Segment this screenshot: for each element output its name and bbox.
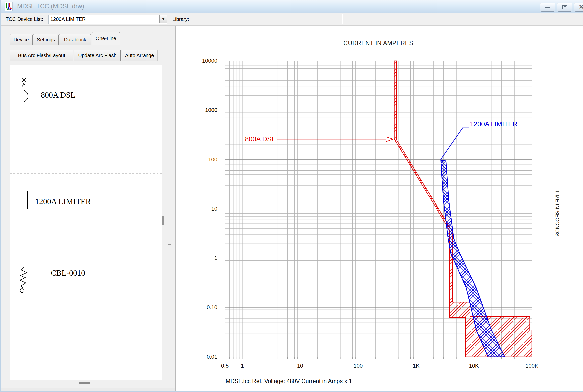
chart-footer: MDSL.tcc Ref. Voltage: 480V Current in A… [226,378,352,384]
title-bar: MDSL.TCC (MDSL.drw) ✕ [1,0,583,14]
svg-text:800A DSL: 800A DSL [245,136,275,143]
x-tick-label: 0.5 [221,362,229,369]
x-tick-label: 1K [413,362,419,369]
y-tick-label: 10000 [202,58,217,64]
x-tick-label: 100 [354,362,363,369]
svg-text:1200A LIMITER: 1200A LIMITER [470,120,518,128]
y-tick-label: 0.10 [207,304,217,310]
cable-symbol[interactable] [20,266,27,292]
device-list-label: TCC Device List: [6,16,43,22]
tab-settings[interactable]: Settings [33,34,59,45]
y-tick-label: 100 [208,156,217,162]
update-arc-flash-button[interactable]: Update Arc Flash [74,50,121,61]
toolbar-separator [342,14,342,24]
x-tick-label: 10K [469,362,479,369]
curve-label-800a-dsl[interactable]: 800A DSL [245,136,393,143]
bus-arc-flash-layout-button[interactable]: Bus Arc Flash/Layout [10,50,73,61]
tab-datablock[interactable]: Datablock [59,34,91,45]
one-line-panel: Device Settings Datablock One-Line Bus A… [1,26,176,392]
panel-bottom-strip [1,388,176,392]
minimize-button[interactable] [540,3,555,12]
tcc-chart-pane[interactable]: 800A DSL1200A LIMITER1000010001001010.10… [176,26,583,392]
splitter-grip[interactable] [168,244,171,245]
y-axis-label: TIME IN SECONDS [554,190,560,237]
oneline-device-label: 1200A LIMITER [35,197,91,206]
y-tick-label: 1 [214,255,217,261]
window-title: MDSL.TCC (MDSL.drw) [17,3,84,10]
vertical-scrollbar-thumb[interactable] [162,216,164,225]
toolbar: TCC Device List: 1200A LIMITER ▼ Library… [1,14,583,26]
library-label: Library: [172,16,189,22]
x-tick-label: 10 [297,362,303,369]
tab-device[interactable]: Device [10,34,33,45]
tab-one-line[interactable]: One-Line [92,32,120,45]
restore-button[interactable] [557,3,572,12]
y-tick-label: 10 [211,206,217,212]
dropdown-button[interactable]: ▼ [159,16,167,24]
fuse-symbol[interactable] [20,187,28,266]
oneline-device-label: 800A DSL [41,90,75,99]
x-tick-label: 100K [525,362,538,369]
breaker-symbol[interactable] [22,78,28,191]
auto-arrange-button[interactable]: Auto Arrange [122,50,157,61]
oneline-device-label: CBL-0010 [51,268,85,277]
y-tick-label: 1000 [205,107,217,113]
one-line-canvas[interactable]: 800A DSL1200A LIMITERCBL-0010 [10,64,162,380]
tcc-device-list-combobox[interactable]: 1200A LIMITER ▼ [48,15,167,24]
chart-title: CURRENT IN AMPERES [343,40,413,46]
close-button[interactable]: ✕ [574,3,583,12]
y-tick-label: 0.01 [207,354,217,360]
app-window: MDSL.TCC (MDSL.drw) ✕ TCC Device List: 1… [0,0,583,392]
close-icon: ✕ [574,3,583,11]
x-tick-label: 1 [241,362,244,369]
curve-label-1200a-limiter[interactable]: 1200A LIMITER [441,120,518,160]
app-icon [4,2,14,12]
horizontal-scrollbar-thumb[interactable] [79,382,90,384]
restore-icon [562,5,567,10]
chevron-down-icon: ▼ [162,17,165,21]
minimize-icon [545,7,550,8]
device-list-value: 1200A LIMITER [50,16,86,22]
